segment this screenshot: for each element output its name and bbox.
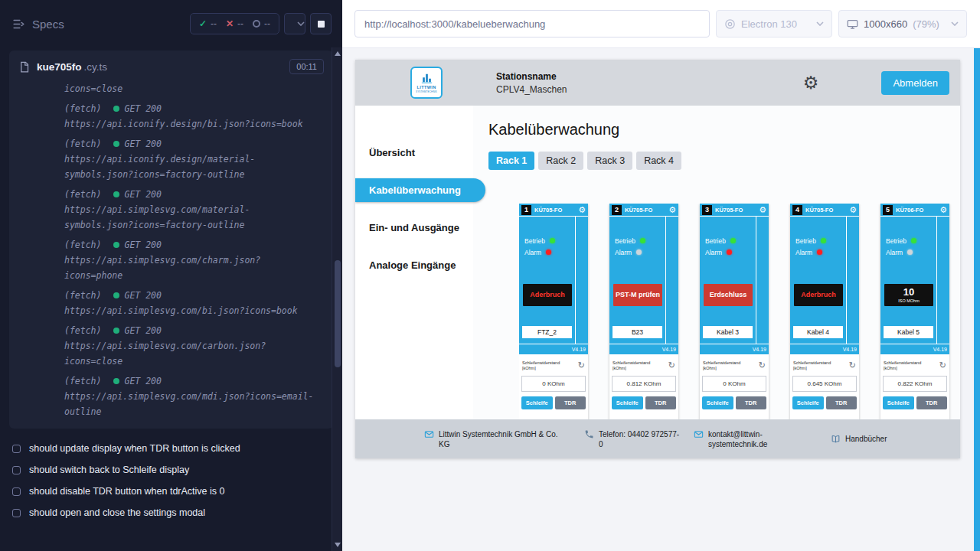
footer-item[interactable]: Littwin Systemtechnik GmbH & Co. KG [424,429,570,449]
tdr-button[interactable]: TDR [736,396,767,409]
status-text: 10 [903,287,914,298]
cable-name-field[interactable]: Kabel 3 [703,326,753,338]
betrieb-led [911,238,916,243]
fetch-label: (fetch) [64,237,101,253]
stop-button[interactable] [310,13,332,34]
log-fetch-line[interactable]: (fetch)GET 200 [64,136,318,152]
reporter-scrollbar[interactable] [332,47,342,551]
led-label: Alarm [705,249,722,256]
collapse-button[interactable] [284,13,305,34]
log-fetch-line[interactable]: (fetch)GET 200 [64,237,318,253]
footer-item[interactable]: Telefon: 04402 972577-0 [584,429,680,449]
device-model: KÜ705-FO [805,207,849,214]
device-gear-icon[interactable]: ⚙ [849,206,857,214]
specs-toggle[interactable]: Specs [12,18,64,31]
refresh-icon[interactable]: ↻ [759,361,766,370]
tab-rack-4[interactable]: Rack 4 [636,152,681,170]
schleife-button[interactable]: Schleife [792,396,824,409]
stage-canvas: LITTWIN SYSTEMTECHNIK Stationsname CPLV4… [342,48,974,551]
viewport-select[interactable]: 1000x660 (79%) [838,10,967,37]
fetch-status: GET 200 [124,136,161,152]
log-fetch-line[interactable]: (fetch)GET 200 [64,373,318,389]
cable-name-field[interactable]: Kabel 4 [793,326,843,338]
tab-rack-1[interactable]: Rack 1 [488,152,534,170]
device-gear-icon[interactable]: ⚙ [668,206,676,214]
status-ok-dot [113,328,119,334]
footer-text: Telefon: 04402 972577-0 [599,429,680,449]
sidebar-item-analoge-eing-nge[interactable]: Analoge Eingänge [355,253,473,277]
browser-name: Electron 130 [741,18,797,30]
betrieb-led [730,238,736,243]
test-item[interactable]: should open and close the settings modal [12,502,330,523]
app-scrollbar[interactable] [974,48,980,551]
device-status-panel: BetriebAlarmAderbruchKabel 4V4.19 [790,217,859,354]
log-fetch-line[interactable]: (fetch)GET 200 [64,187,318,202]
fetch-label: (fetch) [64,136,101,152]
scroll-up-arrow[interactable] [335,51,341,56]
measure-value: 0 KOhm [521,376,586,392]
browser-toolbar: http://localhost:3000/kabelueberwachung … [342,0,980,48]
footer-item[interactable]: Handbücher [831,434,887,444]
refresh-icon[interactable]: ↻ [668,361,675,370]
log-fetch-line[interactable]: (fetch)GET 200 [64,288,318,303]
device-card-header: 4KÜ705-FO⚙ [790,204,859,217]
alarm-led [636,249,642,255]
device-status-panel: BetriebAlarm10ISO MOhmKabel 5V4.19 [880,217,949,354]
browser-select[interactable]: Electron 130 [716,10,832,37]
settings-gear-icon[interactable]: ⚙ [803,74,819,92]
stat-failed: ✕-- [226,18,243,29]
footer-text: Littwin Systemtechnik GmbH & Co. KG [439,429,570,449]
log-url-line[interactable]: https://api.simplesvg.com/mdi.json?icons… [64,389,318,419]
cable-name-field[interactable]: Kabel 5 [884,326,933,338]
device-gear-icon[interactable]: ⚙ [578,206,586,214]
measure-value: 0 KOhm [702,376,766,392]
refresh-icon[interactable]: ↻ [578,361,585,370]
test-item[interactable]: should disable TDR button when tdrActive… [12,481,330,502]
schleife-button[interactable]: Schleife [702,396,733,409]
sidebar-item-bersicht[interactable]: Übersicht [355,141,473,165]
measure-row: Schleifenwiderstand [kOhm]↻ [702,360,766,371]
tdr-button[interactable]: TDR [826,396,858,409]
tdr-button[interactable]: TDR [645,396,677,409]
log-fetch-line[interactable]: (fetch)GET 200 [64,101,318,116]
tdr-button[interactable]: TDR [555,396,586,409]
test-item[interactable]: should update display when TDR button is… [12,438,330,459]
log-url-line[interactable]: https://api.iconify.design/bi.json?icons… [64,116,318,132]
logout-button[interactable]: Abmelden [881,71,949,95]
sidebar-item-kabel-berwachung[interactable]: Kabelüberwachung [355,178,485,202]
cable-name-field[interactable]: FTZ_2 [522,326,572,338]
device-gear-icon[interactable]: ⚙ [939,206,947,214]
measurement-panel: Schleifenwiderstand [kOhm]↻0 KOhmSchleif… [700,354,769,419]
log-fetch-line[interactable]: (fetch)GET 200 [64,323,318,338]
alarm-led [546,249,551,255]
log-url-line[interactable]: https://api.simplesvg.com/charm.json?ico… [64,253,318,283]
refresh-icon[interactable]: ↻ [849,361,856,370]
schleife-button[interactable]: Schleife [612,396,643,409]
scroll-down-arrow[interactable] [335,543,341,547]
refresh-icon[interactable]: ↻ [939,361,946,370]
sidebar-item-ein-und-ausg-nge[interactable]: Ein- und Ausgänge [355,216,473,240]
firmware-version: V4.19 [880,344,949,354]
url-bar[interactable]: http://localhost:3000/kabelueberwachung [354,10,710,37]
log-url-line[interactable]: https://api.simplesvg.com/material-symbo… [64,202,318,233]
log-url-line[interactable]: https://api.iconify.design/material-symb… [64,152,318,182]
footer-item[interactable]: kontakt@littwin-systemtechnik.de [694,429,785,449]
test-item[interactable]: should switch back to Schleife display [12,459,330,481]
log-url-line[interactable]: icons=close [64,81,318,96]
tdr-button[interactable]: TDR [916,396,948,409]
mode-buttons: SchleifeTDR [612,396,676,409]
device-status-panel: BetriebAlarmErdschlussKabel 3V4.19 [700,217,769,354]
spec-row[interactable]: kue705fo .cy.ts 00:11 [9,51,333,80]
tab-rack-2[interactable]: Rack 2 [538,152,583,170]
reporter-header: Specs ✓--✕---- [0,0,342,47]
scrollbar-thumb[interactable] [335,260,341,367]
schleife-button[interactable]: Schleife [521,396,553,409]
log-url-line[interactable]: https://api.simplesvg.com/carbon.json?ic… [64,338,318,369]
fetch-label: (fetch) [64,187,101,202]
device-gear-icon[interactable]: ⚙ [759,206,766,214]
schleife-button[interactable]: Schleife [883,396,914,409]
tab-rack-3[interactable]: Rack 3 [587,152,632,170]
betrieb-led [640,238,645,243]
cable-name-field[interactable]: B23 [612,326,662,338]
log-url-line[interactable]: https://api.simplesvg.com/bi.json?icons=… [64,303,318,318]
